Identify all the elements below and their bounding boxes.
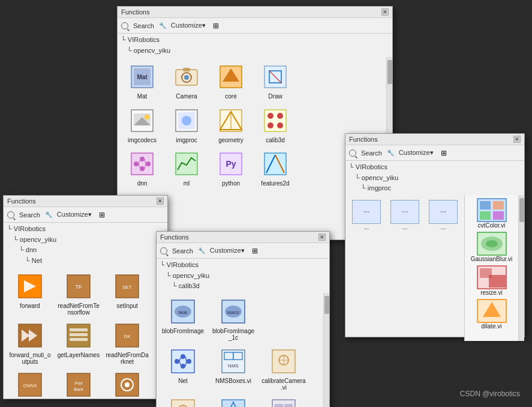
func-readnetfromdk[interactable]: DK readNetFromDarknet xyxy=(104,319,151,367)
customize-button[interactable]: Customize▾ xyxy=(169,20,208,31)
secondary-functions-window: Functions ✕ Search 🔧 Customize▾ ⊞ └ VIRo… xyxy=(345,133,525,337)
secondary-customize-button[interactable]: Customize▾ xyxy=(396,148,436,158)
func-calibhandeye[interactable]: CalibrateHandEye xyxy=(209,395,257,407)
func-getlayernames[interactable]: getLayerNames xyxy=(55,319,102,367)
forward-muti-icon xyxy=(16,321,44,350)
third-view-icon[interactable]: ⊞ xyxy=(99,211,105,219)
svg-point-91 xyxy=(181,364,185,369)
fourth-tree-nav: └ VIRobotics └ opencv_yiku └ calib3d xyxy=(157,259,329,293)
func-dnn[interactable]: dnn xyxy=(121,148,163,189)
readnetfromonnx-icon: ONNX xyxy=(16,370,44,399)
secondary-tree-child1[interactable]: └ opencv_yiku xyxy=(355,173,521,184)
secondary-view-icon[interactable]: ⊞ xyxy=(441,149,447,157)
func-readnetfromtf[interactable]: TF readNetFromTensorflow xyxy=(55,270,102,318)
svg-rect-22 xyxy=(265,110,286,131)
func-core[interactable]: core xyxy=(210,61,252,102)
fourth-scrollbar[interactable] xyxy=(323,293,329,407)
svg-rect-69 xyxy=(70,328,88,331)
fourth-tree-child2[interactable]: └ calib3d xyxy=(172,281,326,292)
func-forward-muti[interactable]: forward_muti_outputs xyxy=(7,319,53,367)
gaussianblur-label: GaussianBlur.vi xyxy=(471,256,512,262)
func-features2d[interactable]: features2d xyxy=(254,148,296,189)
func-nmsboxes[interactable]: NMS NMSBoxes.vi xyxy=(209,345,257,393)
tree-child1[interactable]: └ opencv_yiku xyxy=(127,46,389,56)
func-draw[interactable]: Draw xyxy=(254,61,296,102)
func-imgcodecs[interactable]: imgcodecs xyxy=(121,104,163,146)
sec-item1[interactable]: ~~ ... xyxy=(348,198,384,338)
main-tree-nav: └ VIRobotics └ opencv_yiku xyxy=(118,34,392,57)
secondary-close-button[interactable]: ✕ xyxy=(513,136,521,143)
func-setinput2[interactable]: SET setInput xyxy=(104,270,151,318)
secondary-tree-root[interactable]: └ VIRobotics xyxy=(349,162,521,173)
cvtcolor-item[interactable]: cvtColor.vi xyxy=(467,198,516,229)
search-button[interactable]: Search xyxy=(131,21,157,31)
third-grid: forward TF readNetFromTensorflow SET set… xyxy=(4,267,161,404)
fourth-view-icon[interactable]: ⊞ xyxy=(252,247,258,255)
func-mat[interactable]: Mat Mat xyxy=(121,61,163,102)
fourth-tree-child1[interactable]: └ opencv_yiku xyxy=(166,271,326,282)
func-net[interactable]: Net xyxy=(159,345,207,393)
python-icon: Py xyxy=(217,149,245,178)
fourth-close-button[interactable]: ✕ xyxy=(318,234,326,241)
func-calibcam[interactable]: calibrateCamera.vi xyxy=(260,345,308,393)
getlayernames-icon xyxy=(64,321,93,350)
secondary-scrollbar[interactable] xyxy=(518,195,524,341)
secondary-tree-child2[interactable]: └ imgproc xyxy=(361,183,521,194)
svg-point-15 xyxy=(145,115,149,119)
gaussianblur-item[interactable]: GaussianBlur.vi xyxy=(467,232,516,262)
svg-point-53 xyxy=(486,240,498,247)
func-readnetfromonnx[interactable]: ONNX readNetFromONNX xyxy=(7,369,53,404)
resize-item[interactable]: resize.vi xyxy=(467,265,516,296)
third-close-button[interactable]: ✕ xyxy=(157,197,164,205)
view-icon[interactable]: ⊞ xyxy=(213,22,219,30)
func-calibcam2[interactable]: 2 calibrateCamera2.vi xyxy=(159,395,207,407)
func-setprefback[interactable]: PrefBack setPreferableBackend xyxy=(55,369,102,404)
func-forward[interactable]: forward xyxy=(7,270,53,318)
third-tree-root[interactable]: └ VIRobotics xyxy=(7,224,164,235)
tree-root[interactable]: └ VIRobotics xyxy=(121,35,389,46)
cvtcolor-icon xyxy=(477,198,507,222)
calibhandeye-icon xyxy=(219,397,248,407)
func-camera[interactable]: Camera xyxy=(166,61,208,102)
func-calib3d[interactable]: calib3d xyxy=(254,104,296,146)
func-imgproc[interactable]: imgproc xyxy=(166,104,208,146)
secondary-customize-icon: 🔧 xyxy=(387,149,394,156)
func-python[interactable]: Py python xyxy=(210,148,252,189)
setinput2-label: setInput xyxy=(116,303,138,309)
func-copyvec[interactable]: copy_vectorPoint2f.vi xyxy=(260,395,308,407)
third-customize-button[interactable]: Customize▾ xyxy=(55,210,94,220)
svg-point-81 xyxy=(125,382,130,387)
func-geometry[interactable]: geometry xyxy=(210,104,252,146)
svg-rect-48 xyxy=(493,201,504,210)
svg-rect-71 xyxy=(70,338,88,341)
func-blobfromimage[interactable]: blob blobFromImage xyxy=(159,295,207,343)
func-setpreftarget[interactable]: setPreferableTarget xyxy=(104,369,151,404)
dilate-item[interactable]: dilate.vi xyxy=(467,299,516,330)
func-ml[interactable]: ml xyxy=(166,148,208,189)
third-window-title: Functions xyxy=(7,197,36,205)
fourth-tree-root[interactable]: └ VIRobotics xyxy=(160,260,326,271)
svg-text:Mat: Mat xyxy=(137,74,148,80)
main-title-bar: Functions ✕ xyxy=(118,7,392,18)
svg-text:Py: Py xyxy=(226,159,236,169)
calibcam-label: calibrateCamera.vi xyxy=(262,378,306,391)
svg-point-24 xyxy=(277,113,283,119)
third-tree-nav: └ VIRobotics └ opencv_yiku └ dnn └ Net xyxy=(4,223,167,267)
sec-item3[interactable]: ~~ ... xyxy=(425,198,461,338)
nmsboxes-icon: NMS xyxy=(219,347,248,376)
third-tree-child2[interactable]: └ dnn xyxy=(19,245,164,256)
fourth-customize-button[interactable]: Customize▾ xyxy=(208,246,247,256)
third-title-bar: Functions ✕ xyxy=(4,196,167,207)
net-icon xyxy=(169,347,197,376)
third-search-button[interactable]: Search xyxy=(17,210,43,220)
func-blobfromimage1c[interactable]: blob1c blobFromImage_1c xyxy=(209,295,257,343)
svg-rect-47 xyxy=(480,201,491,210)
sec-item2[interactable]: ~~ ... xyxy=(387,198,423,338)
fourth-search-button[interactable]: Search xyxy=(170,246,196,256)
main-close-button[interactable]: ✕ xyxy=(381,8,389,16)
third-tree-child3[interactable]: └ Net xyxy=(25,256,164,267)
third-tree-child1[interactable]: └ opencv_yiku xyxy=(13,235,164,246)
svg-point-30 xyxy=(140,166,145,171)
secondary-search-button[interactable]: Search xyxy=(359,148,384,158)
imgproc-label: imgproc xyxy=(176,137,197,143)
